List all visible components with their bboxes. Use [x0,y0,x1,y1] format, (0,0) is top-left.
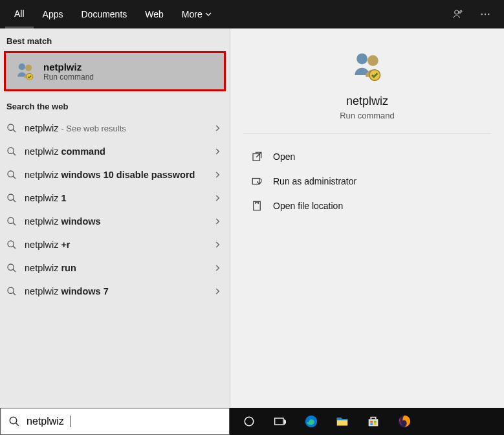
search-icon [6,170,17,180]
web-result-text: netplwiz 1 [25,193,205,203]
best-match-header: Best match [0,28,230,51]
feedback-icon[interactable] [452,8,464,20]
svg-point-1 [481,14,483,15]
best-match-title: netplwiz [43,61,94,72]
chevron-down-icon [205,11,212,17]
web-result[interactable]: netplwiz command [0,140,230,163]
chevron-right-icon [213,287,222,296]
chevron-right-icon [213,217,222,226]
chevron-right-icon [213,263,222,273]
scope-tabs: All Apps Documents Web More [0,0,504,28]
svg-point-8 [8,148,14,153]
svg-point-15 [356,53,367,64]
action-location-label: Open file location [273,201,343,211]
tab-web[interactable]: Web [136,0,173,28]
web-result-text: netplwiz- See web results [25,123,205,133]
open-icon [251,151,263,162]
store-icon [366,414,380,429]
more-options-icon[interactable] [479,8,491,20]
file-explorer-icon [335,414,349,429]
svg-point-3 [488,14,489,15]
taskbar [230,408,504,435]
web-result[interactable]: netplwiz +r [0,233,230,256]
chevron-right-icon [213,240,222,249]
web-result[interactable]: netplwiz- See web results [0,117,230,140]
best-match-result[interactable]: netplwiz Run command [4,51,226,91]
svg-point-22 [245,417,254,426]
svg-point-2 [485,14,486,15]
tab-all[interactable]: All [5,0,34,28]
action-open[interactable]: Open [237,144,498,169]
svg-point-14 [8,287,14,293]
search-icon [6,216,17,227]
chevron-right-icon [213,170,222,179]
action-admin-label: Run as administrator [273,176,356,186]
search-web-header: Search the web [0,94,230,117]
search-icon [6,123,17,133]
web-result[interactable]: netplwiz windows 7 [0,280,230,303]
web-result[interactable]: netplwiz 1 [0,186,230,210]
svg-point-4 [19,63,25,70]
web-result-text: netplwiz windows [25,216,205,227]
web-result[interactable]: netplwiz windows 10 disable password [0,163,230,186]
taskbar-taskview[interactable] [265,408,296,435]
action-run-admin[interactable]: Run as administrator [237,169,498,194]
search-icon [6,146,17,157]
search-input-text: netplwiz [27,416,64,427]
svg-rect-29 [374,423,377,425]
svg-rect-23 [275,418,283,425]
tab-more[interactable]: More [173,0,221,28]
detail-title: netplwiz [243,95,491,108]
users-icon [349,48,386,84]
search-box[interactable]: netplwiz [0,408,230,435]
svg-rect-27 [374,421,377,423]
web-result[interactable]: netplwiz run [0,256,230,280]
svg-point-10 [8,194,14,200]
svg-point-11 [8,218,14,223]
taskbar-firefox[interactable] [389,408,420,435]
chevron-right-icon [213,194,222,203]
svg-point-21 [10,417,17,424]
folder-location-icon [251,200,263,212]
action-open-label: Open [273,151,295,162]
search-icon [6,193,17,203]
edge-icon [304,414,318,429]
web-result[interactable]: netplwiz windows [0,210,230,233]
svg-point-7 [8,124,14,130]
taskbar-cortana[interactable] [234,408,265,435]
results-panel: Best match netplwiz Run command Search t… [0,28,230,408]
action-open-location[interactable]: Open file location [237,194,498,218]
users-icon [14,60,37,83]
web-result-text: netplwiz command [25,146,205,157]
tab-more-label: More [182,9,203,19]
svg-point-5 [25,65,32,71]
taskbar-explorer[interactable] [327,408,358,435]
web-result-text: netplwiz +r [25,240,205,250]
svg-rect-26 [370,421,373,423]
search-icon [6,286,17,296]
svg-point-16 [367,55,378,66]
tab-apps[interactable]: Apps [34,0,72,28]
search-icon [6,263,17,273]
svg-point-12 [8,241,14,247]
search-icon [8,416,20,427]
svg-point-13 [8,264,14,270]
svg-point-9 [8,171,14,177]
web-result-text: netplwiz windows 7 [25,286,205,296]
shield-admin-icon [251,175,263,187]
search-icon [6,240,17,250]
chevron-right-icon [213,147,222,156]
task-view-icon [274,415,287,428]
svg-point-0 [455,10,459,14]
taskbar-store[interactable] [358,408,389,435]
svg-rect-25 [369,419,378,426]
detail-panel: netplwiz Run command Open Run as adminis… [230,28,504,408]
tab-documents[interactable]: Documents [72,0,136,28]
cortana-icon [243,416,255,427]
taskbar-edge[interactable] [296,408,327,435]
web-result-text: netplwiz windows 10 disable password [25,170,205,180]
detail-subtitle: Run command [243,111,491,120]
firefox-icon [397,414,411,429]
best-match-subtitle: Run command [43,72,94,82]
chevron-right-icon [213,124,222,133]
